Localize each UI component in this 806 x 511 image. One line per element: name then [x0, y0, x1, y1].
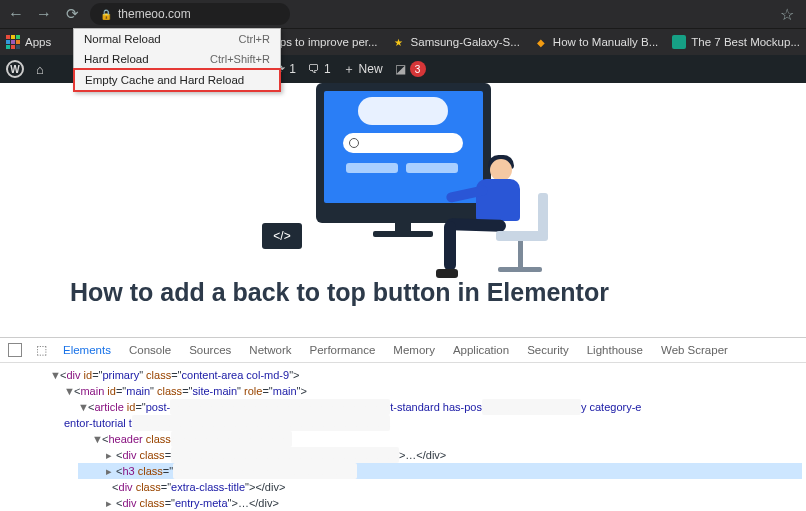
devtools-panel: ⬚ Elements Console Sources Network Perfo… — [0, 337, 806, 511]
wp-logo-icon[interactable]: W — [6, 60, 24, 78]
star-icon: ★ — [392, 35, 406, 49]
device-toggle-icon[interactable]: ⬚ — [36, 343, 47, 357]
tab-security[interactable]: Security — [525, 342, 571, 358]
dom-tree[interactable]: ▼<div id="primary" class="content-area c… — [0, 363, 806, 511]
site-icon — [672, 35, 686, 49]
tab-performance[interactable]: Performance — [308, 342, 378, 358]
hero-illustration: </> — [0, 83, 806, 258]
comment-icon: 🗨 — [308, 62, 320, 76]
page-title: How to add a back to top button in Eleme… — [0, 258, 806, 317]
tab-webscraper[interactable]: Web Scraper — [659, 342, 730, 358]
tab-elements[interactable]: Elements — [61, 342, 113, 358]
apps-icon — [6, 35, 20, 49]
bookmark-item[interactable]: The 7 Best Mockup... — [672, 35, 800, 49]
wp-site-link[interactable]: ⌂ — [36, 62, 44, 77]
wp-notif[interactable]: ◪3 — [395, 61, 426, 77]
bookmark-item[interactable]: ★Samsung-Galaxy-S... — [392, 35, 520, 49]
tab-network[interactable]: Network — [247, 342, 293, 358]
ctx-hard-reload[interactable]: Hard Reload Ctrl+Shift+R — [74, 49, 280, 69]
tab-console[interactable]: Console — [127, 342, 173, 358]
reload-button[interactable]: ⟳ — [62, 5, 82, 23]
element-picker-icon[interactable] — [8, 343, 22, 357]
browser-toolbar: ← → ⟳ 🔒 themeoo.com ☆ — [0, 0, 806, 28]
wp-comments[interactable]: 🗨1 — [308, 62, 331, 76]
url-text: themeoo.com — [118, 7, 191, 21]
lock-icon: 🔒 — [100, 9, 112, 20]
bookmark-star-icon[interactable]: ☆ — [780, 5, 800, 24]
wp-new[interactable]: ＋New — [343, 61, 383, 78]
devtools-tabs: ⬚ Elements Console Sources Network Perfo… — [0, 338, 806, 363]
apps-label: Apps — [25, 36, 51, 48]
tab-memory[interactable]: Memory — [391, 342, 437, 358]
flag-icon: ◪ — [395, 62, 406, 76]
tab-application[interactable]: Application — [451, 342, 511, 358]
ctx-normal-reload[interactable]: Normal Reload Ctrl+R — [74, 29, 280, 49]
reload-context-menu: Normal Reload Ctrl+R Hard Reload Ctrl+Sh… — [73, 28, 281, 92]
tab-sources[interactable]: Sources — [187, 342, 233, 358]
bookmark-item[interactable]: ◆How to Manually B... — [534, 35, 658, 49]
forward-button[interactable]: → — [34, 5, 54, 23]
person-graphic — [430, 153, 560, 323]
apps-button[interactable]: Apps — [6, 35, 51, 49]
back-button[interactable]: ← — [6, 5, 26, 23]
plus-icon: ＋ — [343, 61, 355, 78]
address-bar[interactable]: 🔒 themeoo.com — [90, 3, 290, 25]
tab-lighthouse[interactable]: Lighthouse — [585, 342, 645, 358]
ctx-empty-cache-hard-reload[interactable]: Empty Cache and Hard Reload — [73, 68, 281, 92]
site-icon: ◆ — [534, 35, 548, 49]
code-icon: </> — [262, 223, 302, 249]
